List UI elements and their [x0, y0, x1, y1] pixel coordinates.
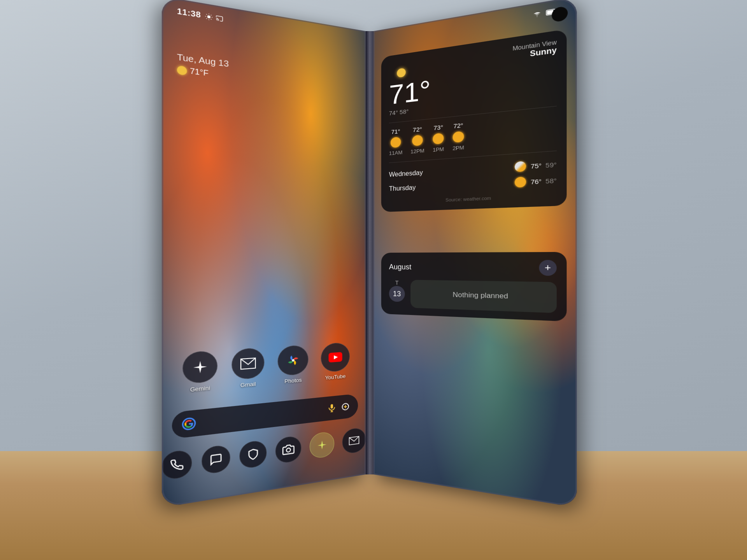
- status-icons: [205, 12, 223, 22]
- dock-gemini[interactable]: [310, 431, 334, 459]
- app-item-gmail[interactable]: Gmail: [231, 347, 264, 389]
- photos-windmill-icon: [286, 352, 301, 368]
- svg-line-8: [211, 15, 211, 15]
- svg-line-7: [206, 18, 207, 18]
- phone-hinge: [366, 31, 374, 474]
- daily-forecast: Wednesday 75° 59° Thursday 76° 58°: [389, 150, 557, 196]
- hour-label-1: 12PM: [410, 147, 424, 154]
- day-high-0: 75°: [531, 161, 542, 170]
- calendar-widget[interactable]: August + T 13 Nothing planned: [381, 252, 567, 322]
- weather-location: Mountain View Sunny: [512, 38, 556, 61]
- hour-item-0: 71° 11AM: [389, 128, 403, 156]
- no-events-placeholder: Nothing planned: [410, 280, 557, 313]
- svg-point-18: [537, 16, 538, 17]
- calendar-date-column: T 13: [389, 280, 405, 302]
- pixel-fold-device: 11:38: [187, 31, 560, 498]
- add-event-button[interactable]: +: [539, 260, 556, 276]
- hour-label-0: 11AM: [389, 149, 403, 156]
- day-temps-0: 75° 59°: [531, 161, 557, 170]
- day-name-1: Thursday: [389, 178, 515, 192]
- hour-sun-2: [433, 133, 444, 145]
- day-letter: T: [395, 280, 399, 286]
- scene: 11:38: [0, 0, 747, 560]
- dock-phone[interactable]: [162, 449, 192, 481]
- phone-icon: [170, 458, 184, 472]
- svg-point-17: [286, 448, 290, 452]
- calendar-day-view: T 13 Nothing planned: [389, 280, 557, 313]
- weather-widget[interactable]: Mountain View Sunny 71° 74° 58° 71°: [381, 29, 567, 212]
- hour-sun-3: [453, 131, 464, 143]
- gemini-app-icon[interactable]: [182, 350, 217, 385]
- svg-rect-13: [331, 404, 333, 409]
- camera-icon: [282, 443, 295, 456]
- youtube-play-icon: [328, 352, 343, 363]
- hour-temp-2: 73°: [433, 124, 443, 131]
- hour-label-2: 1PM: [433, 146, 444, 153]
- hour-label-3: 2PM: [452, 144, 464, 151]
- dock-vpn[interactable]: [240, 439, 267, 469]
- svg-line-15: [331, 411, 333, 412]
- microphone-icon[interactable]: [327, 403, 337, 413]
- hour-item-2: 73° 1PM: [433, 123, 444, 153]
- temp-high: 74°: [389, 109, 398, 117]
- day-low-0: 59°: [545, 161, 557, 169]
- gmail-envelope-icon: [240, 357, 256, 370]
- svg-point-0: [207, 15, 210, 18]
- search-spacer: [196, 409, 327, 423]
- gmail-dock-icon: [349, 436, 359, 446]
- day-icon-0: [514, 161, 526, 172]
- hour-temp-3: 72°: [453, 122, 463, 130]
- messages-icon: [209, 452, 223, 466]
- no-events-text: Nothing planned: [453, 291, 508, 301]
- calendar-month: August: [389, 263, 411, 271]
- calendar-header: August +: [389, 260, 557, 276]
- svg-line-3: [206, 14, 207, 14]
- temp-low: 58°: [400, 108, 409, 116]
- dock-camera[interactable]: [275, 435, 301, 464]
- youtube-app-icon[interactable]: [321, 342, 350, 373]
- google-g-icon: [184, 420, 193, 429]
- gemini-star-icon: [191, 359, 209, 376]
- right-screen-panel: Mountain View Sunny 71° 74° 58° 71°: [374, 0, 577, 508]
- google-logo: [182, 417, 196, 431]
- cast-icon: [216, 14, 223, 23]
- day-high-1: 76°: [531, 177, 542, 186]
- day-temps-1: 76° 58°: [531, 177, 557, 186]
- day-icon-1: [514, 177, 526, 187]
- gemini-dock-icon: [316, 439, 328, 452]
- dock-gmail[interactable]: [342, 427, 366, 455]
- svg-line-4: [211, 19, 211, 19]
- add-icon: +: [545, 262, 551, 274]
- dock-messages[interactable]: [202, 444, 230, 475]
- gmail-app-icon[interactable]: [231, 347, 264, 380]
- hour-temp-1: 72°: [413, 126, 422, 133]
- hour-temp-0: 71°: [391, 128, 400, 135]
- vpn-icon: [247, 448, 260, 461]
- google-lens-icon[interactable]: [341, 401, 350, 412]
- brightness-icon: [205, 12, 212, 21]
- hour-sun-0: [391, 137, 401, 148]
- hour-sun-1: [412, 135, 423, 146]
- hour-item-1: 72° 12PM: [410, 125, 424, 154]
- app-item-photos[interactable]: Photos: [278, 345, 309, 385]
- app-item-gemini[interactable]: Gemini: [182, 350, 217, 394]
- photos-app-icon[interactable]: [278, 345, 309, 376]
- sun-icon-small: [177, 65, 187, 75]
- app-item-youtube[interactable]: YouTube: [321, 342, 350, 382]
- left-screen-panel: 11:38: [162, 0, 366, 508]
- hour-item-3: 72° 2PM: [452, 121, 464, 151]
- day-number: 13: [389, 286, 405, 302]
- day-low-1: 58°: [545, 177, 557, 185]
